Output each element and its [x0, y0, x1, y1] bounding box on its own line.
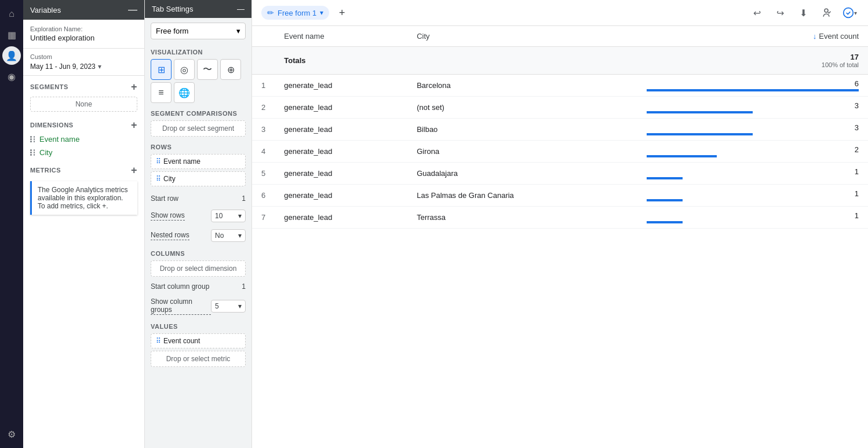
redo-button[interactable]: ↪ — [771, 3, 789, 22]
date-range-select[interactable]: May 11 - Jun 9, 2023 ▾ — [30, 63, 137, 71]
city-1: Barcelona — [407, 75, 637, 97]
show-rows-chevron-icon: ▾ — [238, 212, 242, 220]
tab-settings-close[interactable]: — — [237, 5, 245, 13]
table-row: 1 generate_lead Barcelona 6 — [252, 75, 868, 97]
tag-icon[interactable]: ◉ — [2, 67, 21, 86]
start-column-group-setting: Start column group 1 — [145, 279, 251, 294]
col-rownum — [252, 26, 275, 47]
row-num-3: 3 — [252, 119, 275, 141]
values-label: VALUES — [151, 323, 246, 330]
date-range-value: May 11 - Jun 9, 2023 — [30, 63, 96, 71]
value-drop-zone[interactable]: Drop or select metric — [151, 351, 246, 367]
row-chip-event-name-label: Event name — [163, 157, 200, 166]
event-name-2: generate_lead — [275, 97, 407, 119]
column-drop-zone[interactable]: Drop or select dimension — [151, 260, 246, 277]
check-chevron-icon: ▾ — [854, 10, 857, 16]
nested-rows-dropdown[interactable]: No ▾ — [211, 229, 246, 242]
chart-icon[interactable]: ▦ — [2, 25, 21, 44]
event-count-5: 1 — [637, 163, 868, 185]
city-2: (not set) — [407, 97, 637, 119]
event-count-7: 1 — [637, 207, 868, 229]
dimensions-label: DIMENSIONS — [30, 122, 74, 128]
metrics-section-header: METRICS + — [23, 159, 144, 178]
show-column-groups-dropdown[interactable]: 5 ▾ — [211, 300, 246, 313]
col-city[interactable]: City — [407, 26, 637, 47]
show-rows-dropdown[interactable]: 10 ▾ — [211, 210, 246, 222]
totals-rownum — [252, 47, 275, 75]
start-row-label: Start row — [151, 194, 178, 203]
segment-comparisons-section: SEGMENT COMPARISONS Drop or select segme… — [145, 105, 251, 139]
tab-chevron-icon: ▾ — [320, 9, 323, 17]
map-viz-icon[interactable]: 🌐 — [174, 82, 195, 103]
svg-point-1 — [843, 8, 853, 18]
share-button[interactable] — [817, 3, 836, 22]
value-chip-event-count[interactable]: ⠿ Event count — [151, 333, 246, 348]
col-event-count[interactable]: ↓Event count — [637, 26, 868, 47]
exploration-name-label: Exploration Name: — [30, 25, 137, 32]
data-table-area: Event name City ↓Event count Totals 17 1… — [252, 26, 868, 448]
technique-dropdown[interactable]: Free form ▾ — [151, 23, 246, 39]
event-name-6: generate_lead — [275, 185, 407, 207]
drag-handle-city-icon — [30, 149, 36, 156]
main-toolbar: ✏ Free form 1 ▾ + ↩ ↪ ⬇ ▾ — [252, 0, 868, 26]
row-chip-city[interactable]: ⠿ City — [151, 171, 246, 186]
event-count-6: 1 — [637, 185, 868, 207]
undo-button[interactable]: ↩ — [747, 3, 766, 22]
variables-panel-header: Variables — — [23, 0, 144, 20]
visualization-section: VISUALIZATION ⊞ ◎ 〜 ⊕ ≡ 🌐 — [145, 44, 251, 105]
variables-panel-close[interactable]: — — [128, 5, 137, 15]
table-row: 6 generate_lead Las Palmas de Gran Canar… — [252, 185, 868, 207]
data-table: Event name City ↓Event count Totals 17 1… — [252, 26, 868, 229]
date-range-section: Custom May 11 - Jun 9, 2023 ▾ — [23, 49, 144, 76]
event-name-5: generate_lead — [275, 163, 407, 185]
metrics-add-button[interactable]: + — [131, 165, 137, 175]
row-num-1: 1 — [252, 75, 275, 97]
download-button[interactable]: ⬇ — [794, 3, 812, 22]
sort-indicator-icon: ↓ — [813, 32, 817, 41]
people-icon[interactable]: 👤 — [2, 46, 21, 65]
city-3: Bilbao — [407, 119, 637, 141]
value-chip-icon: ⠿ — [156, 337, 161, 345]
row-num-2: 2 — [252, 97, 275, 119]
settings-icon[interactable]: ⚙ — [2, 425, 21, 443]
nested-rows-value: No — [215, 232, 224, 240]
bar-viz-icon[interactable]: ≡ — [151, 82, 172, 103]
show-rows-value: 10 — [215, 212, 223, 220]
show-column-groups-label: Show column groups — [151, 298, 211, 315]
tab-settings-title: Tab Settings — [152, 5, 194, 13]
event-name-7: generate_lead — [275, 207, 407, 229]
nested-rows-chevron-icon: ▾ — [238, 232, 242, 240]
col-event-name[interactable]: Event name — [275, 26, 407, 47]
show-column-groups-value: 5 — [215, 302, 219, 310]
check-circle-button[interactable]: ▾ — [840, 3, 859, 22]
event-count-4: 2 — [637, 141, 868, 163]
city-5: Guadalajara — [407, 163, 637, 185]
show-rows-label: Show rows — [151, 211, 185, 221]
segments-label: SEGMENTS — [30, 83, 68, 90]
donut-viz-icon[interactable]: ◎ — [174, 59, 195, 80]
event-count-3: 3 — [637, 119, 868, 141]
line-viz-icon[interactable]: 〜 — [197, 59, 218, 80]
row-chip-event-name[interactable]: ⠿ Event name — [151, 154, 246, 169]
metrics-tooltip-text: The Google Analytics metrics available i… — [38, 186, 127, 210]
scatter-viz-icon[interactable]: ⊕ — [220, 59, 241, 80]
nested-rows-label: Nested rows — [151, 231, 189, 240]
row-num-4: 4 — [252, 141, 275, 163]
totals-row: Totals 17 100% of total — [252, 47, 868, 75]
home-icon[interactable]: ⌂ — [2, 5, 21, 23]
dimensions-add-button[interactable]: + — [131, 120, 137, 130]
table-viz-icon[interactable]: ⊞ — [151, 59, 172, 80]
exploration-name-section: Exploration Name: Untitled exploration — [23, 20, 144, 49]
show-column-groups-chevron-icon: ▾ — [238, 302, 242, 310]
segments-section-header: SEGMENTS + — [23, 76, 144, 94]
segment-drop-zone[interactable]: Drop or select segment — [151, 120, 246, 137]
free-form-tab[interactable]: ✏ Free form 1 ▾ — [261, 6, 329, 20]
segments-add-button[interactable]: + — [131, 82, 137, 92]
city-7: Terrassa — [407, 207, 637, 229]
segment-drop-placeholder: Drop or select segment — [162, 124, 234, 133]
dimension-event-name[interactable]: Event name — [23, 133, 144, 146]
dimension-city[interactable]: City — [23, 146, 144, 159]
add-tab-button[interactable]: + — [334, 5, 350, 21]
column-drop-placeholder: Drop or select dimension — [160, 265, 237, 273]
date-range-label: Custom — [30, 53, 137, 60]
